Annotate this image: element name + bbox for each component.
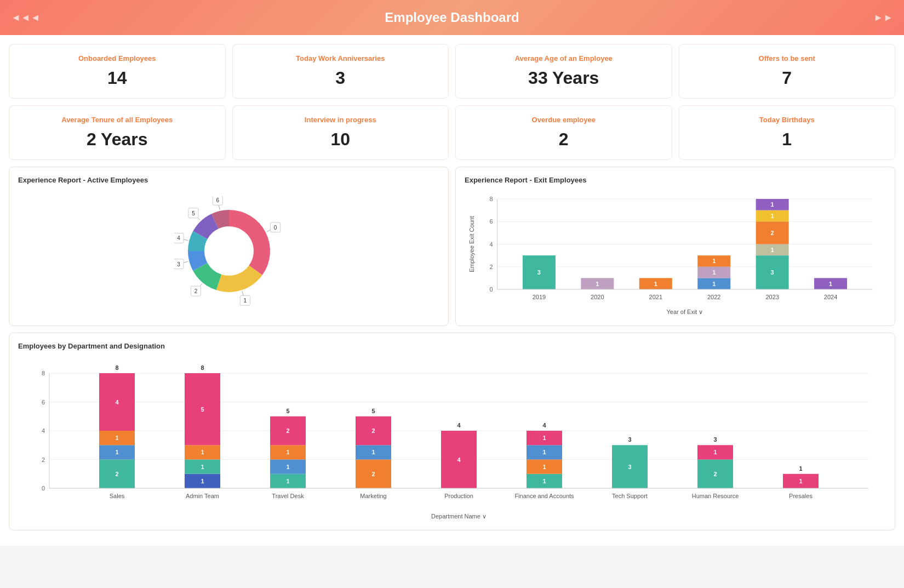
svg-text:1: 1 [243, 298, 247, 304]
svg-text:3: 3 [771, 269, 774, 276]
svg-text:1: 1 [771, 213, 774, 219]
svg-text:1: 1 [201, 478, 204, 484]
svg-text:2023: 2023 [765, 294, 779, 300]
svg-text:Human Resource: Human Resource [692, 493, 739, 499]
svg-text:8: 8 [115, 364, 118, 371]
stat-value-avg_age: 33 Years [465, 68, 663, 88]
svg-text:6: 6 [216, 197, 219, 203]
stat-card-avg_tenure: Average Tenure of all Employees 2 Years [9, 105, 226, 160]
exit-chart-container: 02468Employee Exit Count3201912020120211… [465, 191, 886, 317]
svg-text:2021: 2021 [649, 294, 662, 300]
page-title: Employee Dashboard [10, 10, 894, 25]
svg-text:Finance and Accounts: Finance and Accounts [514, 493, 574, 499]
svg-text:5: 5 [286, 408, 289, 414]
svg-text:2: 2 [286, 427, 289, 434]
svg-text:4: 4 [457, 422, 461, 429]
svg-text:Employee Exit Count: Employee Exit Count [468, 216, 475, 272]
svg-text:2: 2 [115, 471, 118, 477]
dept-chart-title: Employees by Department and Designation [18, 342, 886, 350]
svg-text:5: 5 [371, 408, 375, 414]
stat-label-overdue: Overdue employee [465, 116, 663, 124]
svg-text:8: 8 [489, 196, 493, 202]
svg-text:1: 1 [829, 281, 832, 287]
svg-text:1: 1 [542, 449, 546, 455]
svg-text:2: 2 [371, 427, 375, 434]
svg-text:4: 4 [42, 427, 45, 434]
svg-text:1: 1 [286, 449, 289, 455]
svg-text:4: 4 [542, 422, 546, 429]
svg-text:Presales: Presales [789, 493, 813, 499]
svg-text:4: 4 [177, 235, 180, 241]
svg-text:Tech Support: Tech Support [612, 493, 648, 499]
stat-label-anniversaries: Today Work Anniversaries [242, 54, 440, 62]
svg-text:2020: 2020 [591, 294, 604, 300]
svg-text:2: 2 [771, 230, 774, 236]
experience-active-card: Experience Report - Active Employees 012… [9, 167, 449, 326]
svg-text:8: 8 [201, 364, 204, 371]
stat-value-avg_tenure: 2 Years [18, 129, 216, 150]
svg-text:1: 1 [286, 478, 289, 484]
svg-text:6: 6 [489, 218, 493, 225]
svg-text:0: 0 [42, 485, 45, 492]
svg-text:1: 1 [542, 464, 546, 470]
experience-active-title: Experience Report - Active Employees [18, 176, 439, 184]
svg-text:2019: 2019 [533, 294, 546, 300]
stats-row-2: Average Tenure of all Employees 2 Years … [9, 105, 895, 160]
stat-value-anniversaries: 3 [242, 68, 440, 88]
svg-text:3: 3 [713, 436, 717, 443]
svg-text:0: 0 [273, 225, 277, 231]
svg-text:1: 1 [115, 449, 118, 455]
experience-exit-card: Experience Report - Exit Employees 02468… [455, 167, 895, 326]
dept-chart: 0246821148Sales11158Admin Team11125Trave… [18, 357, 886, 521]
svg-text:1: 1 [771, 201, 774, 208]
svg-text:1: 1 [654, 281, 657, 287]
stat-card-birthdays: Today Birthdays 1 [679, 105, 896, 160]
svg-text:4: 4 [457, 456, 461, 463]
svg-text:2: 2 [194, 288, 197, 294]
svg-text:2024: 2024 [824, 294, 837, 300]
svg-text:3: 3 [628, 436, 631, 443]
stat-card-avg_age: Average Age of an Employee 33 Years [455, 44, 672, 99]
svg-text:1: 1 [712, 281, 716, 287]
stat-card-onboarded: Onboarded Employees 14 [9, 44, 226, 99]
svg-text:1: 1 [799, 465, 802, 472]
svg-text:4: 4 [115, 399, 119, 406]
stat-card-anniversaries: Today Work Anniversaries 3 [232, 44, 449, 99]
stats-row-1: Onboarded Employees 14 Today Work Annive… [9, 44, 895, 99]
svg-text:1: 1 [799, 478, 802, 484]
svg-text:Admin Team: Admin Team [186, 493, 219, 499]
dept-chart-card: Employees by Department and Designation … [9, 333, 895, 530]
svg-text:Production: Production [444, 493, 473, 499]
svg-text:3: 3 [537, 269, 541, 276]
donut-segment-0 [229, 210, 270, 275]
svg-text:Travel Desk: Travel Desk [272, 493, 304, 499]
charts-row: Experience Report - Active Employees 012… [9, 167, 895, 326]
nav-next[interactable]: ►► [873, 12, 893, 24]
svg-text:1: 1 [201, 449, 204, 455]
svg-text:2022: 2022 [707, 294, 720, 300]
svg-text:5: 5 [192, 210, 195, 216]
svg-text:5: 5 [201, 406, 204, 413]
svg-text:1: 1 [712, 269, 716, 276]
stat-label-offers: Offers to be sent [688, 54, 886, 62]
svg-text:Marketing: Marketing [360, 493, 386, 499]
svg-text:8: 8 [42, 370, 45, 376]
stat-label-birthdays: Today Birthdays [688, 116, 886, 124]
svg-text:3: 3 [177, 261, 180, 267]
svg-text:1: 1 [115, 435, 118, 441]
nav-prev[interactable]: ◄◄◄ [11, 12, 40, 24]
exit-chart: 02468Employee Exit Count3201912020120211… [465, 191, 886, 317]
stat-label-onboarded: Onboarded Employees [18, 54, 216, 62]
svg-text:Sales: Sales [110, 493, 125, 499]
stat-value-onboarded: 14 [18, 68, 216, 88]
stat-value-birthdays: 1 [688, 129, 886, 150]
stat-card-offers: Offers to be sent 7 [679, 44, 896, 99]
svg-text:2: 2 [489, 264, 493, 270]
donut-container: 0123456 [18, 191, 439, 311]
stat-card-overdue: Overdue employee 2 [455, 105, 672, 160]
svg-text:2: 2 [42, 456, 45, 463]
stat-label-avg_age: Average Age of an Employee [465, 54, 663, 62]
experience-exit-title: Experience Report - Exit Employees [465, 176, 886, 184]
stat-card-interview: Interview in progress 10 [232, 105, 449, 160]
svg-text:1: 1 [712, 258, 716, 264]
